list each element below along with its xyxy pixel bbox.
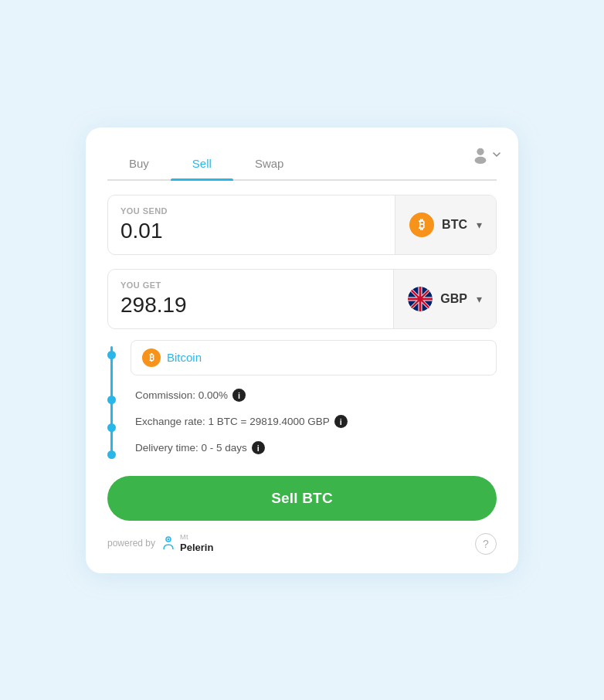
delivery-time-row: Delivery time: 0 - 5 days i bbox=[121, 437, 497, 459]
get-dropdown-arrow: ▾ bbox=[477, 293, 482, 305]
mt-pelerin-logo[interactable]: Mt Pelerin bbox=[160, 533, 213, 553]
dot-3 bbox=[107, 423, 116, 432]
get-value[interactable]: 298.19 bbox=[120, 293, 381, 318]
exchange-rate-row: Exchange rate: 1 BTC = 29819.4000 GBP i bbox=[121, 411, 497, 433]
footer: powered by Mt Pelerin ? bbox=[107, 533, 497, 555]
get-label: YOU GET bbox=[120, 280, 381, 290]
info-panel: ₿ Bitcoin Commission: 0.00% i Exchange r… bbox=[107, 340, 497, 459]
help-button[interactable]: ? bbox=[475, 533, 497, 555]
send-currency-code: BTC bbox=[442, 218, 467, 232]
get-currency-selector[interactable]: GBP ▾ bbox=[393, 270, 496, 328]
commission-row: Commission: 0.00% i bbox=[121, 385, 497, 406]
btc-icon: ₿ bbox=[409, 212, 434, 237]
send-dropdown-arrow: ▾ bbox=[477, 219, 482, 231]
pelerin-brand-text: Mt Pelerin bbox=[180, 533, 213, 553]
sell-button[interactable]: Sell BTC bbox=[107, 476, 497, 521]
delivery-time-info-icon[interactable]: i bbox=[252, 441, 265, 454]
get-input-section: YOU GET 298.19 GBP ▾ bbox=[107, 269, 497, 329]
commission-text: Commission: 0.00% bbox=[135, 389, 228, 401]
dot-1 bbox=[107, 351, 116, 359]
bitcoin-label: Bitcoin bbox=[167, 351, 202, 364]
send-value[interactable]: 0.01 bbox=[120, 219, 382, 243]
bitcoin-icon-suggestion: ₿ bbox=[142, 348, 161, 367]
powered-by-text: powered by bbox=[107, 538, 155, 549]
tab-bar: Buy Sell Swap bbox=[107, 149, 497, 181]
exchange-rate-text: Exchange rate: 1 BTC = 29819.4000 GBP bbox=[135, 416, 330, 427]
tab-buy[interactable]: Buy bbox=[107, 149, 171, 179]
exchange-rate-info-icon[interactable]: i bbox=[334, 415, 348, 428]
dot-4 bbox=[107, 450, 116, 459]
svg-point-12 bbox=[168, 539, 170, 541]
powered-by-section: powered by Mt Pelerin bbox=[107, 533, 213, 553]
get-currency-code: GBP bbox=[440, 292, 467, 306]
dot-2 bbox=[107, 396, 116, 404]
bitcoin-suggestion[interactable]: ₿ Bitcoin bbox=[131, 340, 497, 375]
get-input-left: YOU GET 298.19 bbox=[108, 270, 393, 328]
delivery-time-text: Delivery time: 0 - 5 days bbox=[135, 442, 247, 454]
tab-sell[interactable]: Sell bbox=[171, 149, 233, 179]
gbp-flag-icon bbox=[408, 287, 433, 311]
commission-info-icon[interactable]: i bbox=[232, 389, 246, 402]
tab-swap[interactable]: Swap bbox=[233, 149, 306, 179]
send-label: YOU SEND bbox=[120, 206, 382, 216]
suggestion-row: ₿ Bitcoin bbox=[121, 340, 497, 375]
send-currency-selector[interactable]: ₿ BTC ▾ bbox=[395, 195, 496, 254]
main-card: Buy Sell Swap YOU SEND 0.01 ₿ BTC ▾ YOU … bbox=[86, 127, 518, 573]
send-input-section: YOU SEND 0.01 ₿ BTC ▾ bbox=[107, 195, 497, 255]
pelerin-brand-icon bbox=[160, 535, 177, 552]
send-input-left: YOU SEND 0.01 bbox=[108, 195, 395, 254]
